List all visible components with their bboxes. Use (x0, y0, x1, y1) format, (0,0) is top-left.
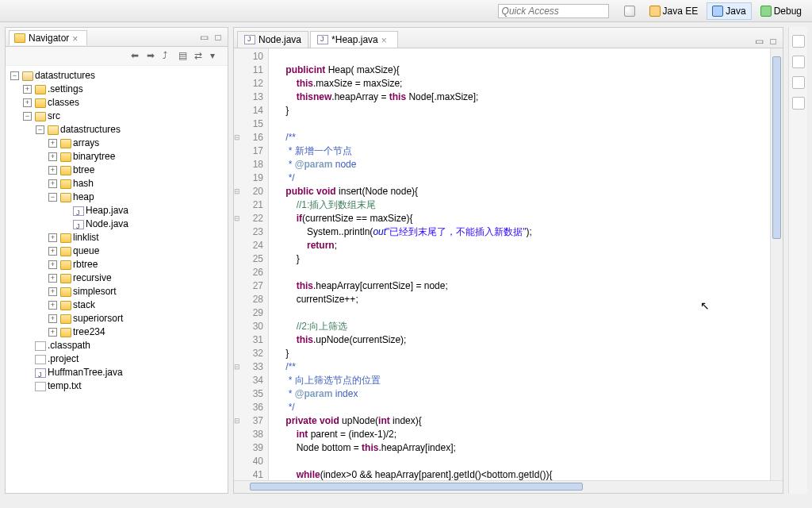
file-icon (35, 382, 46, 391)
tree-pkg-recursive[interactable]: +recursive (47, 271, 226, 285)
perspective-label: Java EE (663, 6, 699, 17)
tree-label: linklist (73, 231, 99, 244)
code-area[interactable]: publicint Heap( maxSize){ this.maxSize =… (269, 48, 770, 480)
tree-file-Heap.java[interactable]: Heap.java (59, 204, 226, 217)
tree-pkg-stack[interactable]: +stack (47, 298, 226, 312)
scrollbar-thumb[interactable] (772, 56, 781, 239)
open-perspective-button[interactable] (619, 2, 641, 20)
link-editor-icon[interactable]: ⇄ (194, 50, 207, 63)
editor-tabs: Node.java *Heap.java× ▭□ (234, 28, 783, 48)
perspective-java-ee[interactable]: Java EE (644, 2, 704, 20)
quick-access-input[interactable] (498, 4, 609, 18)
tree-folder-src[interactable]: −src (21, 110, 226, 123)
tree-pkg-btree[interactable]: +btree (47, 164, 226, 177)
tree-pkg-heap[interactable]: −heap (47, 190, 226, 204)
tree-label: heap (73, 190, 94, 204)
menu-icon[interactable]: ▾ (210, 50, 223, 63)
editor-tab-node[interactable]: Node.java (237, 31, 308, 48)
navigator-tab[interactable]: Navigator × (9, 30, 87, 45)
tree-project[interactable]: −datastructures (9, 69, 226, 83)
editor-panel: Node.java *Heap.java× ▭□ 101112131415161… (233, 27, 783, 494)
folder-icon (60, 152, 71, 162)
collapse-icon[interactable]: ▤ (178, 50, 191, 63)
java-file-icon (244, 35, 255, 44)
tree-folder-classes[interactable]: +classes (21, 96, 226, 110)
java-file-icon (73, 206, 84, 216)
perspective-java[interactable]: Java (707, 2, 751, 20)
tree-folder-settings[interactable]: +.settings (21, 83, 226, 96)
tree-file-Node.java[interactable]: Node.java (59, 217, 226, 231)
horizontal-scrollbar[interactable] (234, 480, 783, 493)
tree-label: rbtree (73, 258, 98, 271)
tree-label: recursive (73, 271, 112, 285)
folder-icon (60, 247, 71, 256)
perspective-debug[interactable]: Debug (755, 2, 807, 20)
java-file-icon (317, 35, 328, 44)
java-icon (712, 6, 723, 17)
tree-file-project[interactable]: .project (21, 352, 226, 366)
tree-label: HuffmanTree.java (48, 366, 123, 379)
properties-icon[interactable] (792, 97, 805, 110)
cheatsheet-icon[interactable] (792, 76, 805, 89)
editor-tab-heap[interactable]: *Heap.java× (310, 31, 398, 48)
maximize-icon[interactable]: □ (767, 35, 779, 48)
maximize-icon[interactable]: □ (212, 31, 224, 44)
folder-icon (60, 139, 71, 148)
folder-icon (60, 260, 71, 270)
right-trim (788, 27, 807, 494)
folder-open-icon (48, 125, 59, 135)
tree-pkg-hash[interactable]: +hash (47, 177, 226, 190)
tree-label: .classpath (48, 339, 90, 352)
up-icon[interactable]: ⤴ (163, 50, 175, 63)
back-icon[interactable]: ⬅ (131, 50, 144, 63)
outline-icon[interactable] (792, 35, 805, 48)
forward-icon[interactable]: ➡ (147, 50, 159, 63)
tree-pkg-datastructures[interactable]: −datastructures (34, 123, 226, 137)
navigator-toolbar: ⬅ ➡ ⤴ ▤ ⇄ ▾ (6, 47, 228, 66)
java-file-icon (73, 220, 84, 229)
folder-icon (60, 166, 71, 175)
tree-pkg-rbtree[interactable]: +rbtree (47, 258, 226, 271)
tree-pkg-binarytree[interactable]: +binarytree (47, 150, 226, 164)
tree-label: queue (73, 244, 99, 258)
navigator-tree[interactable]: −datastructures +.settings +classes −src… (6, 66, 228, 493)
folder-icon (60, 301, 71, 310)
tree-pkg-linklist[interactable]: +linklist (47, 231, 226, 244)
navigator-title: Navigator (29, 33, 69, 44)
task-list-icon[interactable] (792, 56, 805, 68)
navigator-icon (14, 33, 25, 43)
tree-file-huffman[interactable]: HuffmanTree.java (21, 366, 226, 379)
file-icon (35, 355, 46, 364)
line-gutter[interactable]: 1011121314151617181920212223242526272829… (234, 48, 269, 480)
tree-label: tree234 (73, 325, 105, 339)
tab-label: Node.java (259, 34, 301, 45)
close-icon[interactable]: × (72, 33, 82, 43)
tree-label: simplesort (73, 285, 117, 298)
scrollbar-thumb[interactable] (250, 483, 583, 491)
tree-pkg-queue[interactable]: +queue (47, 244, 226, 258)
folder-icon (60, 193, 71, 202)
close-icon[interactable]: × (381, 35, 391, 44)
vertical-scrollbar[interactable] (770, 48, 783, 480)
perspective-label: Java (726, 6, 745, 17)
tree-file-classpath[interactable]: .classpath (21, 339, 226, 352)
tree-pkg-arrays[interactable]: +arrays (47, 137, 226, 150)
minimize-icon[interactable]: ▭ (753, 35, 765, 48)
tree-label: Node.java (86, 217, 128, 231)
tree-pkg-simplesort[interactable]: +simplesort (47, 285, 226, 298)
top-toolbar: Java EE Java Debug (0, 0, 812, 22)
debug-icon (760, 6, 772, 17)
perspective-label: Debug (774, 6, 802, 17)
folder-icon (60, 233, 71, 243)
folder-open-icon (35, 112, 46, 121)
tree-label: datastructures (35, 69, 95, 83)
tree-pkg-tree234[interactable]: +tree234 (47, 325, 226, 339)
java-ee-icon (649, 6, 661, 17)
tree-label: classes (48, 96, 79, 110)
tree-pkg-superiorsort[interactable]: +superiorsort (47, 312, 226, 325)
tree-label: Heap.java (86, 204, 128, 217)
tree-file-temp[interactable]: temp.txt (21, 379, 226, 393)
navigator-panel: Navigator × ▭ □ ⬅ ➡ ⤴ ▤ ⇄ ▾ −datastructu… (5, 27, 228, 494)
tab-label: *Heap.java (331, 34, 378, 45)
minimize-icon[interactable]: ▭ (197, 31, 210, 44)
